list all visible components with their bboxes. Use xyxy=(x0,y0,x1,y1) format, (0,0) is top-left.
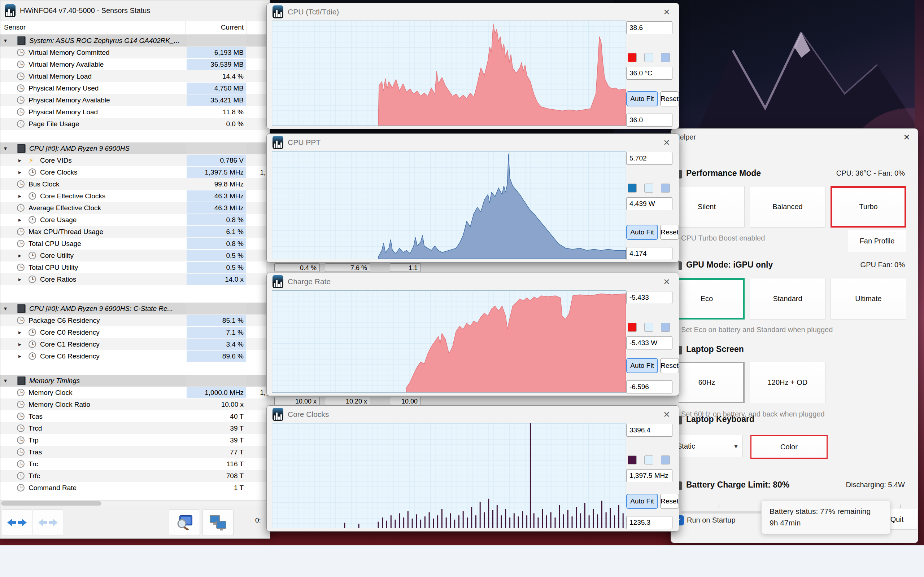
graph-color-option[interactable] xyxy=(644,456,653,464)
auto-fit-button[interactable]: Auto Fit xyxy=(626,91,658,106)
table-row[interactable]: Physical Memory Used4,750 MB xyxy=(0,82,267,94)
collapse-columns-button[interactable] xyxy=(33,509,63,536)
chevron-right-icon[interactable]: ▸ xyxy=(18,166,21,178)
graph-color-swatch[interactable] xyxy=(628,53,637,62)
reset-button[interactable]: Reset xyxy=(660,494,679,509)
sensor-group-row[interactable]: ▾CPU [#0]: AMD Ryzen 9 6900HS: C-State R… xyxy=(0,303,267,314)
chevron-right-icon[interactable]: ▸ xyxy=(18,350,21,362)
balanced-button[interactable]: Balanced xyxy=(750,186,825,227)
table-row[interactable]: ▸Core Utility0.5 % xyxy=(0,250,267,261)
standard-button[interactable]: Standard xyxy=(750,278,825,319)
table-row[interactable]: Physical Memory Available35,421 MB xyxy=(0,94,267,106)
silent-button[interactable]: Silent xyxy=(669,186,745,227)
reset-button[interactable]: Reset xyxy=(660,358,679,373)
graph-color-option[interactable] xyxy=(661,184,670,193)
close-icon[interactable]: × xyxy=(901,131,913,143)
table-row[interactable]: ▸Core C0 Residency7.1 % xyxy=(0,326,267,338)
graph-color-option[interactable] xyxy=(661,53,670,62)
table-row[interactable]: ▸Core VIDs⚡0.786 V xyxy=(0,154,267,166)
chevron-right-icon[interactable]: ▸ xyxy=(18,214,21,226)
table-row[interactable]: Tcas40 T xyxy=(0,410,267,422)
close-icon[interactable]: × xyxy=(660,136,673,149)
chevron-right-icon[interactable]: ▸ xyxy=(18,250,21,261)
graph-plot[interactable] xyxy=(272,21,626,126)
table-row[interactable]: Total CPU Usage0.8 % xyxy=(0,238,267,250)
graph-plot[interactable] xyxy=(272,423,626,528)
sensor-group-row[interactable]: ▾System: ASUS ROG Zephyrus G14 GA402RK_.… xyxy=(0,35,267,47)
hwinfo-titlebar[interactable]: HWiNFO64 v7.40-5000 - Sensors Status xyxy=(0,0,270,21)
reset-button[interactable]: Reset xyxy=(660,91,679,106)
chevron-right-icon[interactable]: ▸ xyxy=(18,190,21,202)
turbo-button[interactable]: Turbo xyxy=(830,186,906,227)
table-row[interactable]: Memory Clock Ratio10.00 x xyxy=(0,398,267,410)
table-row[interactable]: Trp39 T xyxy=(0,434,267,446)
graph-color-option[interactable] xyxy=(644,53,653,62)
table-row[interactable]: Bus Clock99.8 MHz xyxy=(0,178,267,190)
table-row[interactable]: ▸Core Usage0.8 % xyxy=(0,214,267,226)
graph-titlebar[interactable]: Charge Rate xyxy=(267,273,679,290)
chevron-down-icon[interactable]: ▾ xyxy=(4,142,7,154)
fan-profile-button[interactable]: Fan Profile xyxy=(848,230,906,252)
table-row[interactable]: Package C6 Residency85.1 % xyxy=(0,314,267,326)
graph-titlebar[interactable]: Core Clocks xyxy=(267,406,679,423)
table-row[interactable]: Trc116 T xyxy=(0,458,267,470)
auto-fit-button[interactable]: Auto Fit xyxy=(626,358,658,373)
graph-titlebar[interactable]: CPU PPT xyxy=(267,134,679,151)
table-row[interactable]: Total CPU Utility0.5 % xyxy=(0,261,267,273)
chevron-right-icon[interactable]: ▸ xyxy=(18,326,21,338)
scrollbar-thumb[interactable] xyxy=(1,501,102,506)
graph-color-option[interactable] xyxy=(644,184,653,193)
graph-plot[interactable] xyxy=(272,290,626,393)
eco-button[interactable]: Eco xyxy=(669,278,745,319)
60hz-button[interactable]: 60Hz xyxy=(669,362,745,403)
reset-button[interactable]: Reset xyxy=(660,225,679,240)
table-row[interactable]: Physical Memory Load11.8 % xyxy=(0,106,267,118)
close-icon[interactable]: × xyxy=(660,275,673,288)
graph-titlebar[interactable]: CPU (Tctl/Tdie) xyxy=(267,3,679,21)
graph-color-option[interactable] xyxy=(661,323,670,332)
horizontal-scrollbar[interactable] xyxy=(0,500,269,507)
close-icon[interactable]: × xyxy=(660,408,673,421)
chevron-down-icon[interactable]: ▾ xyxy=(4,375,7,387)
column-sensor[interactable]: Sensor xyxy=(4,23,26,31)
sensor-table-header[interactable]: Sensor Current xyxy=(0,21,270,35)
table-row[interactable]: Virtual Memory Load14.4 % xyxy=(0,70,267,82)
chevron-down-icon[interactable]: ▾ xyxy=(4,35,7,47)
ultimate-button[interactable]: Ultimate xyxy=(830,278,906,319)
keyboard-color-button[interactable]: Color xyxy=(750,435,828,459)
table-row[interactable]: Command Rate1 T xyxy=(0,482,267,494)
graph-plot[interactable] xyxy=(272,151,626,259)
table-row[interactable]: ▸Core Clocks1,397.5 MHz1, xyxy=(0,166,267,178)
sensor-rows[interactable]: ▾System: ASUS ROG Zephyrus G14 GA402RK_.… xyxy=(0,35,269,500)
table-row[interactable]: ▸Core C6 Residency89.6 % xyxy=(0,350,267,362)
table-row[interactable]: Virtual Memory Available36,539 MB xyxy=(0,58,267,70)
table-row[interactable]: ▸Core C1 Residency3.4 % xyxy=(0,338,267,350)
chevron-right-icon[interactable]: ▸ xyxy=(18,338,21,350)
graph-color-swatch[interactable] xyxy=(628,456,637,464)
graph-color-option[interactable] xyxy=(644,323,653,332)
auto-fit-button[interactable]: Auto Fit xyxy=(626,225,658,240)
table-row[interactable]: Memory Clock1,000.0 MHz1, xyxy=(0,387,267,398)
close-icon[interactable]: × xyxy=(660,5,673,18)
auto-fit-button[interactable]: Auto Fit xyxy=(626,494,658,509)
table-row[interactable]: Average Effective Clock46.3 MHz xyxy=(0,202,267,214)
column-current[interactable]: Current xyxy=(187,23,244,31)
expand-columns-button[interactable] xyxy=(2,509,32,536)
chevron-down-icon[interactable]: ▾ xyxy=(4,303,7,314)
table-row[interactable]: Tras77 T xyxy=(0,446,267,458)
table-row[interactable]: Trcd39 T xyxy=(0,422,267,434)
chevron-right-icon[interactable]: ▸ xyxy=(18,273,21,285)
graph-color-option[interactable] xyxy=(661,456,670,464)
keyboard-mode-dropdown[interactable]: Static ▼ xyxy=(669,435,743,457)
sensor-group-row[interactable]: ▾CPU [#0]: AMD Ryzen 9 6900HS xyxy=(0,142,267,154)
table-row[interactable]: Virtual Memory Committed6,193 MB xyxy=(0,47,267,58)
table-row[interactable]: Trfc708 T xyxy=(0,470,267,482)
graph-color-swatch[interactable] xyxy=(628,184,637,193)
table-row[interactable]: ▸Core Effective Clocks46.3 MHz xyxy=(0,190,267,202)
sensor-group-row[interactable]: ▾Memory Timings xyxy=(0,375,267,387)
system-summary-button[interactable] xyxy=(169,509,200,536)
table-row[interactable]: Page File Usage0.0 % xyxy=(0,118,267,130)
chevron-right-icon[interactable]: ▸ xyxy=(18,154,21,166)
remote-sensors-button[interactable] xyxy=(202,509,234,536)
120hz-button[interactable]: 120Hz + OD xyxy=(750,362,825,403)
